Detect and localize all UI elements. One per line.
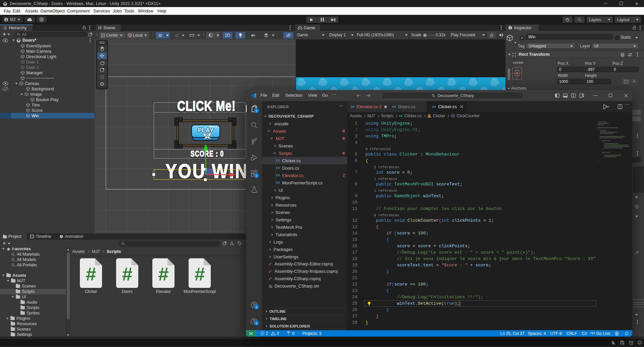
svg-text:#: # [194,263,205,285]
svg-text:#: # [158,263,168,285]
svg-text:?: ? [622,53,623,56]
svg-text:#: # [86,263,96,285]
svg-text:#: # [122,263,132,285]
